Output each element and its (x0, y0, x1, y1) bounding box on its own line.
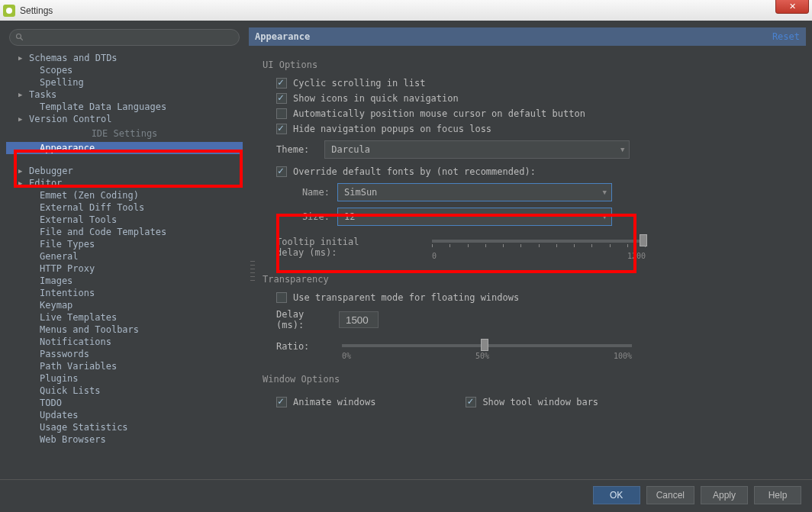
font-size-label: Size: (292, 211, 330, 222)
checkbox-tool-window-bars[interactable] (466, 397, 476, 407)
label-tool-window-bars: Show tool window bars (482, 397, 598, 407)
sidebar-item[interactable]: Schemas and DTDs (6, 52, 243, 64)
sidebar-item[interactable]: External Tools (6, 214, 243, 226)
sidebar-item[interactable]: TODO (6, 397, 243, 409)
reset-link[interactable]: Reset (772, 31, 800, 42)
ide-settings-header: IDE Settings (6, 127, 243, 140)
font-name-select[interactable]: SimSun (337, 183, 612, 201)
splitter-handle[interactable] (250, 259, 255, 282)
main-panel: Appearance Reset UI Options Cyclic scrol… (249, 27, 806, 473)
sidebar-item[interactable]: Usage Statistics (6, 421, 243, 433)
search-input[interactable] (9, 29, 240, 46)
svg-point-0 (17, 34, 21, 39)
group-ui-options: UI Options (263, 60, 792, 70)
slider-thumb[interactable] (640, 234, 647, 246)
checkbox-cyclic-scrolling[interactable] (276, 78, 287, 89)
sidebar-item[interactable]: Live Templates (6, 311, 243, 324)
sidebar-item[interactable]: File and Code Templates (6, 226, 243, 238)
sidebar-item[interactable]: Updates (6, 409, 243, 421)
sidebar-item[interactable]: Keymap (6, 299, 243, 311)
label-auto-cursor: Automatically position mouse cursor on d… (293, 108, 585, 119)
sidebar: Schemas and DTDsScopesSpellingTasksTempl… (6, 27, 243, 473)
checkbox-show-icons[interactable] (276, 93, 287, 104)
svg-line-1 (21, 38, 23, 40)
sidebar-item[interactable]: Scopes (6, 64, 243, 76)
apply-button[interactable]: Apply (701, 486, 748, 504)
checkbox-animate-windows[interactable] (276, 397, 287, 407)
checkbox-hide-popups[interactable] (276, 124, 287, 134)
sidebar-item[interactable]: General (6, 250, 243, 262)
sidebar-item[interactable]: Path Variables (6, 360, 243, 372)
group-transparency: Transparency (263, 274, 792, 285)
slider-thumb[interactable] (481, 339, 488, 351)
cancel-button[interactable]: Cancel (646, 486, 694, 504)
dialog-footer: OK Cancel Apply Help (0, 479, 812, 510)
checkbox-auto-cursor[interactable] (276, 108, 287, 119)
sidebar-item[interactable]: Intentions (6, 287, 243, 299)
sidebar-item[interactable]: Web Browsers (6, 433, 243, 446)
label-animate-windows: Animate windows (293, 397, 375, 407)
sidebar-item-appearance[interactable]: Appearance (6, 142, 243, 154)
sidebar-item[interactable]: Debugger (6, 165, 243, 177)
sidebar-item[interactable]: Images (6, 275, 243, 287)
group-window-options: Window Options (263, 374, 792, 385)
app-icon (3, 5, 15, 17)
page-title: Appearance (255, 31, 310, 42)
sidebar-item[interactable]: Notifications (6, 336, 243, 348)
theme-select[interactable]: Darcula (324, 140, 630, 159)
sidebar-item[interactable]: External Diff Tools (6, 201, 243, 214)
settings-tree[interactable]: Schemas and DTDsScopesSpellingTasksTempl… (6, 50, 243, 473)
search-icon (15, 33, 24, 42)
sidebar-item[interactable]: File Types (6, 238, 243, 250)
ratio-slider[interactable] (342, 344, 632, 347)
ratio-label: Ratio: (276, 338, 331, 352)
checkbox-transparent-mode[interactable] (276, 292, 287, 303)
font-size-select[interactable]: 12 (337, 208, 612, 226)
label-show-icons: Show icons in quick navigation (293, 93, 459, 104)
sidebar-item[interactable]: HTTP Proxy (6, 262, 243, 275)
sidebar-item[interactable]: Tasks (6, 89, 243, 101)
label-hide-popups: Hide navigation popups on focus loss (293, 124, 491, 134)
sidebar-item[interactable]: Plugins (6, 372, 243, 385)
sidebar-item[interactable]: Spelling (6, 76, 243, 89)
theme-label: Theme: (276, 144, 309, 155)
font-name-label: Name: (292, 187, 330, 198)
tooltip-delay-label: Tooltip initial delay (ms): (276, 233, 391, 258)
sidebar-item[interactable]: Emmet (Zen Coding) (6, 189, 243, 201)
checkbox-override-fonts[interactable] (276, 166, 287, 177)
close-button[interactable]: ✕ (775, 0, 809, 14)
label-override-fonts: Override default fonts by (not recommend… (293, 166, 536, 177)
sidebar-item[interactable]: Editor (6, 177, 243, 189)
sidebar-item[interactable]: Passwords (6, 348, 243, 360)
sidebar-item[interactable]: Version Control (6, 113, 243, 125)
delay-input[interactable] (339, 311, 379, 328)
label-transparent-mode: Use transparent mode for floating window… (293, 292, 519, 303)
label-cyclic-scrolling: Cyclic scrolling in list (293, 78, 425, 89)
ok-button[interactable]: OK (593, 486, 640, 504)
sidebar-item[interactable]: Quick Lists (6, 385, 243, 397)
delay-label: Delay (ms): (276, 309, 331, 330)
sidebar-item[interactable]: Menus and Toolbars (6, 324, 243, 336)
help-button[interactable]: Help (754, 486, 801, 504)
titlebar: Settings ✕ (0, 0, 812, 21)
tooltip-delay-slider[interactable] (432, 240, 646, 243)
sidebar-item[interactable]: Template Data Languages (6, 101, 243, 113)
window-title: Settings (20, 5, 53, 16)
